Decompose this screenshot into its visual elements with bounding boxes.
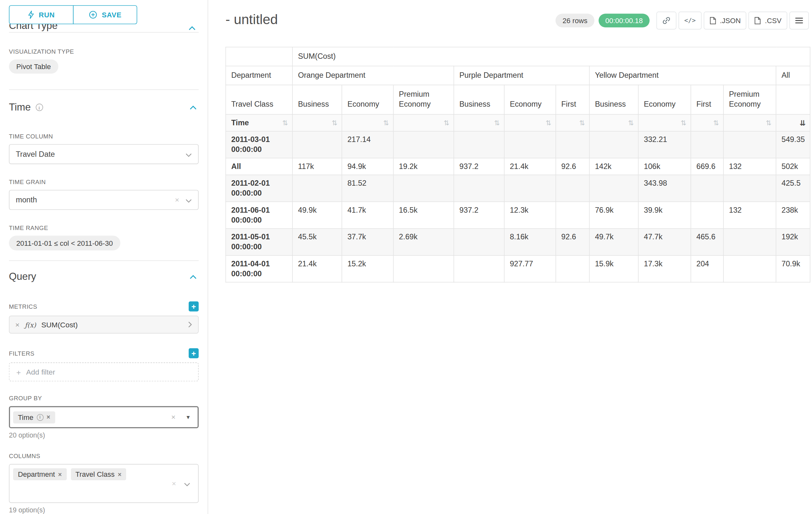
column-dimension-label: Department xyxy=(226,66,292,85)
pivot-value-cell: 937.2 xyxy=(454,202,504,229)
add-filter-button[interactable]: + Add filter xyxy=(9,362,199,381)
clear-icon[interactable]: × xyxy=(172,479,176,487)
pivot-value-cell xyxy=(589,175,638,202)
copy-link-button[interactable] xyxy=(656,11,676,30)
time-column-value: Travel Date xyxy=(16,150,55,158)
group-by-chip[interactable]: Time i × xyxy=(13,411,55,424)
pivot-value-cell xyxy=(454,228,504,255)
group-by-options-hint: 20 option(s) xyxy=(9,431,199,439)
pivot-value-cell xyxy=(723,175,776,202)
sort-desc-icon[interactable]: ⇊ xyxy=(800,119,806,127)
remove-chip-icon[interactable]: × xyxy=(58,470,62,478)
pivot-value-cell: 142k xyxy=(589,158,638,175)
export-csv-label: .CSV xyxy=(765,17,782,25)
pivot-value-cell: 132 xyxy=(723,202,776,229)
query-section-header[interactable]: Query xyxy=(9,271,199,282)
time-section-header[interactable]: Time i xyxy=(9,102,199,113)
chart-title[interactable]: - untitled xyxy=(225,10,278,29)
pivot-value-cell xyxy=(454,131,504,158)
column-sort-header: ⇅ xyxy=(394,114,454,131)
pivot-value-cell: 15.9k xyxy=(589,255,638,282)
clipped-chart-type-header: Chart Type xyxy=(9,24,199,32)
clear-icon[interactable]: × xyxy=(175,196,179,204)
menu-button[interactable] xyxy=(789,11,809,30)
pivot-value-cell xyxy=(292,175,342,202)
pivot-value-cell xyxy=(691,202,723,229)
query-section-title: Query xyxy=(9,271,36,282)
run-button[interactable]: RUN xyxy=(9,5,74,24)
time-grain-value: month xyxy=(16,196,37,204)
time-column-select[interactable]: Travel Date xyxy=(9,144,199,164)
time-grain-select[interactable]: month × xyxy=(9,190,199,210)
pivot-value-cell xyxy=(691,131,723,158)
metric-option[interactable]: × ƒ(x) SUM(Cost) xyxy=(9,316,199,334)
caret-down-icon[interactable]: ▾ xyxy=(186,413,190,421)
sort-icon[interactable]: ⇅ xyxy=(766,119,772,126)
pivot-value-cell: 15.2k xyxy=(342,255,393,282)
add-metric-button[interactable]: + xyxy=(189,301,199,311)
sort-icon[interactable]: ⇅ xyxy=(443,119,449,126)
remove-chip-icon[interactable]: × xyxy=(118,470,121,478)
pivot-value-cell: 106k xyxy=(638,158,691,175)
chevron-up-icon[interactable] xyxy=(190,105,196,110)
pivot-value-cell xyxy=(556,131,589,158)
sort-icon[interactable]: ⇅ xyxy=(282,119,288,126)
add-filter-plus-button[interactable]: + xyxy=(189,348,199,358)
row-axis-header: Time⇅ xyxy=(226,114,292,131)
sort-icon[interactable]: ⇅ xyxy=(331,119,337,126)
columns-chip[interactable]: Travel Class × xyxy=(70,468,126,480)
remove-metric-icon[interactable]: × xyxy=(15,320,19,329)
sort-icon[interactable]: ⇅ xyxy=(546,119,551,126)
columns-chip[interactable]: Department × xyxy=(13,468,66,480)
remove-chip-icon[interactable]: × xyxy=(47,413,50,421)
time-range-label: TIME RANGE xyxy=(9,224,199,231)
file-icon xyxy=(755,17,761,25)
column-sort-header: ⇅ xyxy=(723,114,776,131)
pivot-value-cell: 8.16k xyxy=(504,228,556,255)
pivot-value-cell: 39.9k xyxy=(638,202,691,229)
sort-icon[interactable]: ⇅ xyxy=(713,119,719,126)
time-range-pill[interactable]: 2011-01-01 ≤ col < 2011-06-30 xyxy=(9,236,120,250)
sort-icon[interactable]: ⇅ xyxy=(579,119,585,126)
pivot-value-cell xyxy=(556,255,589,282)
clear-icon[interactable]: × xyxy=(171,413,176,421)
group-by-select[interactable]: Time i × × ▾ xyxy=(9,406,199,428)
pivot-table-container: SUM(Cost)DepartmentOrange DepartmentPurp… xyxy=(225,47,809,283)
run-save-toolbar: RUN SAVE xyxy=(9,5,199,24)
row-header: 2011-03-01 00:00:00 xyxy=(226,131,292,158)
chip-label: Department xyxy=(18,470,55,478)
info-icon[interactable]: i xyxy=(36,104,43,111)
pivot-value-cell xyxy=(454,255,504,282)
column-subheader: First xyxy=(691,85,723,114)
sort-icon[interactable]: ⇅ xyxy=(383,119,389,126)
export-json-button[interactable]: .JSON xyxy=(703,11,747,30)
pivot-value-cell: 21.4k xyxy=(292,255,342,282)
pivot-value-cell xyxy=(504,175,556,202)
sort-icon[interactable]: ⇅ xyxy=(628,119,634,126)
column-sort-header: ⇅ xyxy=(292,114,342,131)
add-filter-label: Add filter xyxy=(26,368,55,376)
pivot-value-cell xyxy=(394,255,454,282)
chevron-down-icon[interactable] xyxy=(184,479,190,489)
chart-toolbar: 26 rows 00:00:00.18 </> xyxy=(556,11,809,30)
pivot-value-cell xyxy=(691,175,723,202)
filters-control-header: FILTERS + xyxy=(9,348,199,358)
view-query-button[interactable]: </> xyxy=(678,11,702,30)
chevron-up-icon[interactable] xyxy=(189,24,196,32)
chevron-right-icon[interactable] xyxy=(188,322,192,328)
sort-icon[interactable]: ⇅ xyxy=(681,119,687,126)
pivot-value-cell xyxy=(394,175,454,202)
columns-select[interactable]: Department × Travel Class × × xyxy=(9,464,199,503)
info-icon[interactable]: i xyxy=(37,414,43,421)
column-subheader: Premium Economy xyxy=(723,85,776,114)
pivot-value-cell: 238k xyxy=(776,202,810,229)
save-button[interactable]: SAVE xyxy=(73,5,137,24)
divider xyxy=(9,32,199,33)
chevron-up-icon[interactable] xyxy=(190,274,196,279)
link-icon xyxy=(662,17,670,25)
export-csv-button[interactable]: .CSV xyxy=(749,11,787,30)
visualization-type-pill[interactable]: Pivot Table xyxy=(9,59,58,74)
column-sort-header: ⇅ xyxy=(691,114,723,131)
columns-label: COLUMNS xyxy=(9,453,199,459)
sort-icon[interactable]: ⇅ xyxy=(494,119,500,126)
